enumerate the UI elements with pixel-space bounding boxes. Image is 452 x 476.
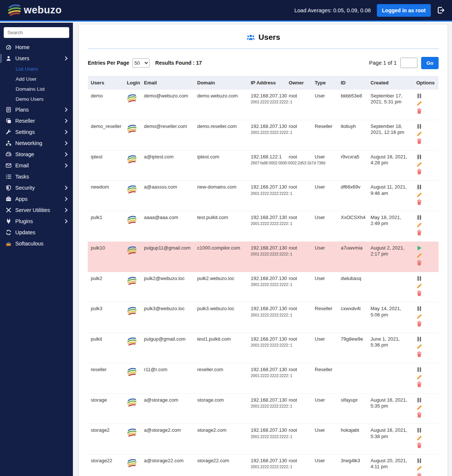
cell-id: df66x69v: [338, 181, 368, 211]
pencil-icon[interactable]: [416, 161, 422, 167]
sidebar-item-networking[interactable]: Networking: [0, 138, 73, 149]
cell-type: Reseller: [312, 363, 338, 393]
pencil-icon[interactable]: [416, 465, 422, 471]
load-averages: Load Averages: 0.05, 0.09, 0.08: [294, 7, 371, 13]
webuzo-logo-icon[interactable]: [127, 458, 137, 468]
trash-icon[interactable]: [416, 138, 422, 144]
cell-domain: storage22.com: [194, 454, 248, 476]
entries-per-page-select[interactable]: 50: [132, 58, 150, 68]
sidebar-subitem-domains-list[interactable]: Domains List: [0, 84, 73, 94]
pause-icon[interactable]: [416, 427, 422, 433]
pause-icon[interactable]: [416, 123, 422, 129]
webuzo-logo-icon[interactable]: [127, 245, 137, 255]
sidebar-item-storage[interactable]: Storage: [0, 149, 73, 160]
webuzo-logo-icon[interactable]: [127, 427, 137, 437]
trash-icon[interactable]: [416, 412, 422, 418]
webuzo-logo-icon[interactable]: [127, 93, 137, 103]
cell-type: User: [312, 454, 338, 476]
webuzo-logo-icon[interactable]: [127, 336, 137, 346]
pencil-icon[interactable]: [416, 313, 422, 319]
sidebar-item-label: Home: [15, 44, 30, 50]
sidebar-item-users[interactable]: Users: [0, 53, 73, 64]
trash-icon[interactable]: [416, 290, 422, 296]
pencil-icon[interactable]: [416, 405, 422, 411]
sidebar-item-apps[interactable]: Apps: [0, 193, 73, 205]
pencil-icon[interactable]: [416, 222, 422, 228]
trash-icon[interactable]: [416, 260, 422, 266]
pause-icon[interactable]: [416, 215, 422, 221]
pause-icon[interactable]: [416, 458, 422, 464]
webuzo-logo-icon[interactable]: [127, 184, 137, 194]
sidebar-subitem-demo-users[interactable]: Demo Users: [0, 94, 73, 104]
webuzo-logo-icon[interactable]: [127, 397, 137, 407]
trash-icon[interactable]: [416, 169, 422, 175]
webuzo-brand[interactable]: webuzo: [7, 3, 62, 18]
pause-icon[interactable]: [416, 184, 422, 190]
cell-domain: test1.pulkit.com: [194, 333, 248, 363]
cell-username: storage: [88, 393, 124, 424]
pause-icon[interactable]: [416, 306, 422, 312]
pencil-icon[interactable]: [416, 253, 422, 258]
cell-username: storage22: [88, 454, 124, 476]
pencil-icon[interactable]: [416, 192, 422, 198]
cell-email: pulgup@gmail.com: [141, 333, 194, 363]
sidebar-item-softaculous[interactable]: Softaculous: [0, 238, 73, 249]
sidebar-item-settings[interactable]: Settings: [0, 126, 73, 138]
pencil-icon[interactable]: [416, 131, 422, 137]
cell-owner: root: [286, 150, 312, 181]
sidebar-item-tasks[interactable]: Tasks: [0, 171, 73, 182]
pause-icon[interactable]: [416, 276, 422, 282]
trash-icon[interactable]: [416, 351, 422, 357]
pencil-icon[interactable]: [416, 344, 422, 350]
cell-ip-address: 192.168.207.130 2001:2222:2222:2222::1: [248, 90, 286, 120]
pause-icon[interactable]: [416, 336, 422, 342]
pencil-icon[interactable]: [416, 100, 422, 106]
webuzo-logo-icon[interactable]: [127, 276, 137, 286]
trash-icon[interactable]: [416, 199, 422, 205]
cell-email: pulgup11@gmail.com: [141, 241, 194, 272]
sidebar-item-reseller[interactable]: Reseller: [0, 115, 73, 126]
pencil-icon[interactable]: [416, 283, 422, 289]
webuzo-logo-icon[interactable]: [127, 123, 137, 134]
sidebar-item-security[interactable]: Security: [0, 182, 73, 193]
plans-icon: [6, 107, 12, 113]
sidebar-item-home[interactable]: Home: [0, 42, 73, 53]
cell-email: a@aassss.com: [141, 181, 194, 211]
webuzo-logo-icon[interactable]: [127, 367, 137, 377]
page-number-input[interactable]: [400, 58, 417, 68]
pencil-icon[interactable]: [416, 435, 422, 441]
cell-type: User: [312, 211, 338, 242]
search-input[interactable]: [4, 27, 69, 38]
pause-icon[interactable]: [416, 367, 422, 373]
trash-icon[interactable]: [416, 230, 422, 236]
webuzo-logo-icon[interactable]: [127, 306, 137, 316]
go-button[interactable]: Go: [421, 57, 439, 69]
trash-icon[interactable]: [416, 108, 422, 114]
table-row: demo_reseller demo@reseller.com demo.res…: [88, 120, 439, 150]
webuzo-logo-icon[interactable]: [127, 215, 137, 225]
cell-domain: storage.com: [194, 393, 248, 424]
play-icon[interactable]: [416, 245, 422, 251]
pause-icon[interactable]: [416, 397, 422, 403]
sidebar-subitem-add-user[interactable]: Add User: [0, 74, 73, 84]
cell-domain: demo.reseller.com: [194, 120, 248, 150]
webuzo-logo-icon[interactable]: [127, 154, 137, 164]
sidebar-item-plugins[interactable]: Plugins: [0, 216, 73, 227]
trash-icon[interactable]: [416, 443, 422, 448]
cell-owner: root: [286, 90, 312, 120]
sidebar-item-server-utilities[interactable]: Server Utilities: [0, 205, 73, 216]
trash-icon[interactable]: [416, 382, 422, 387]
pencil-icon[interactable]: [416, 374, 422, 380]
trash-icon[interactable]: [416, 321, 422, 327]
trash-icon[interactable]: [416, 473, 422, 476]
sidebar-item-updates[interactable]: Updates: [0, 227, 73, 238]
sidebar-subitem-list-users[interactable]: List Users: [0, 64, 73, 74]
logged-in-as-button[interactable]: Logged in as root: [377, 4, 431, 17]
chevron-right-icon: [63, 130, 67, 134]
pause-icon[interactable]: [416, 93, 422, 99]
sidebar-item-plans[interactable]: Plans: [0, 104, 73, 115]
cell-created: [368, 363, 413, 393]
sign-out-icon[interactable]: [437, 6, 445, 14]
sidebar-item-email[interactable]: Email: [0, 160, 73, 171]
pause-icon[interactable]: [416, 154, 422, 160]
